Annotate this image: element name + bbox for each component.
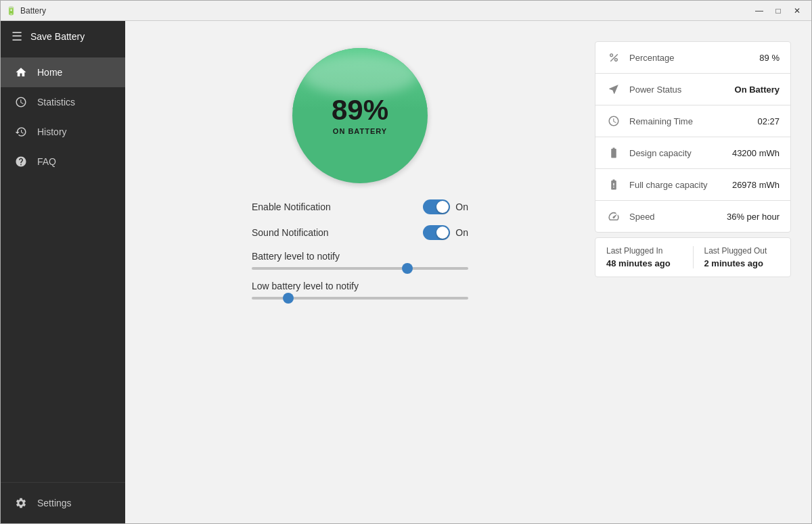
battery-status-label: ON BATTERY [333,127,387,135]
enable-notification-label: Enable Notification [252,201,331,212]
sidebar: ☰ Save Battery Home Statistics [1,21,125,523]
stat-speed: Speed 36% per hour [595,200,791,233]
power-status-label: Power Status [629,85,727,95]
controls-section: Enable Notification On Sound Notificatio… [252,199,468,300]
stat-percentage: Percentage 89 % [595,41,791,74]
minimize-button[interactable]: — [750,4,768,18]
faq-icon [14,155,28,168]
sidebar-label-home: Home [37,67,62,78]
maximize-button[interactable]: □ [769,4,787,18]
sidebar-nav: Home Statistics History [1,52,125,482]
last-plugged-in-value: 48 minutes ago [606,258,682,268]
remaining-time-label: Remaining Time [629,116,749,126]
full-charge-label: Full charge capacity [629,180,724,190]
os-titlebar: 🔋 Battery — □ ✕ [1,1,811,21]
sound-notification-toggle-wrapper: On [423,225,468,240]
battery-level-label: Battery level to notify [252,251,468,262]
sidebar-label-faq: FAQ [37,156,56,167]
design-capacity-icon [606,145,621,160]
speed-icon [606,209,621,224]
last-plugged-out: Last Plugged Out 2 minutes ago [694,246,780,268]
low-battery-slider[interactable] [252,297,468,300]
battery-level-slider[interactable] [252,267,468,270]
window-title: Battery [20,6,46,16]
sound-notification-toggle[interactable] [423,225,450,240]
speed-label: Speed [629,212,719,222]
stat-remaining-time: Remaining Time 02:27 [595,105,791,137]
design-capacity-value: 43200 mWh [732,148,780,158]
percentage-icon [606,50,621,65]
sound-notification-row: Sound Notification On [252,225,468,240]
remaining-time-icon [606,114,621,128]
statistics-icon [14,95,28,109]
content-wrapper: 89% ON BATTERY Enable Notification On [145,41,791,300]
main-content: 89% ON BATTERY Enable Notification On [125,21,811,523]
last-plugged-in: Last Plugged In 48 minutes ago [606,246,694,268]
power-status-value: On Battery [735,85,780,95]
sidebar-item-faq[interactable]: FAQ [1,147,125,176]
low-battery-label: Low battery level to notify [252,281,468,291]
close-button[interactable]: ✕ [788,4,806,18]
enable-notification-toggle-wrapper: On [423,199,468,214]
history-icon [14,125,28,139]
titlebar-left: 🔋 Battery [6,6,46,16]
design-capacity-label: Design capacity [629,148,724,158]
stat-full-charge: Full charge capacity 26978 mWh [595,168,791,201]
last-plugged-out-label: Last Plugged Out [704,246,780,256]
power-status-icon [606,82,621,97]
last-plugged-out-value: 2 minutes ago [704,258,780,268]
home-icon [14,66,28,79]
battery-icon: 🔋 [6,6,16,16]
enable-notification-row: Enable Notification On [252,199,468,214]
percentage-label: Percentage [629,53,751,63]
app-title: Save Battery [30,31,85,42]
battery-level-slider-section: Battery level to notify [252,251,468,270]
sidebar-label-settings: Settings [37,498,72,508]
titlebar-controls: — □ ✕ [750,4,806,18]
sidebar-item-home[interactable]: Home [1,57,125,87]
right-panel: Percentage 89 % Power Status On Battery [595,41,791,277]
enable-notification-toggle[interactable] [423,199,450,214]
remaining-time-value: 02:27 [757,116,780,126]
stat-design-capacity: Design capacity 43200 mWh [595,137,791,169]
battery-percentage: 89% [332,96,388,124]
plugged-card: Last Plugged In 48 minutes ago Last Plug… [595,237,791,277]
sidebar-item-history[interactable]: History [1,117,125,147]
sidebar-item-settings[interactable]: Settings [1,488,125,518]
last-plugged-in-label: Last Plugged In [606,246,682,256]
low-battery-slider-section: Low battery level to notify [252,281,468,300]
speed-value: 36% per hour [727,212,780,222]
hamburger-icon[interactable]: ☰ [12,29,22,44]
enable-notification-value: On [455,201,468,212]
percentage-value: 89 % [759,53,780,63]
sidebar-label-history: History [37,126,67,137]
settings-icon [14,496,28,510]
stat-power-status: Power Status On Battery [595,73,791,105]
sidebar-label-statistics: Statistics [37,97,75,108]
left-panel: 89% ON BATTERY Enable Notification On [145,41,574,300]
sidebar-bottom: Settings [1,482,125,523]
full-charge-icon [606,177,621,192]
full-charge-value: 26978 mWh [732,180,780,190]
battery-circle: 89% ON BATTERY [292,48,428,183]
app-container: ☰ Save Battery Home Statistics [1,21,811,523]
sidebar-item-statistics[interactable]: Statistics [1,87,125,117]
app-window: 🔋 Battery — □ ✕ ☰ Save Battery Home [0,0,812,524]
sound-notification-value: On [455,227,468,238]
battery-circle-wrapper: 89% ON BATTERY [292,48,428,183]
sound-notification-label: Sound Notification [252,227,329,238]
